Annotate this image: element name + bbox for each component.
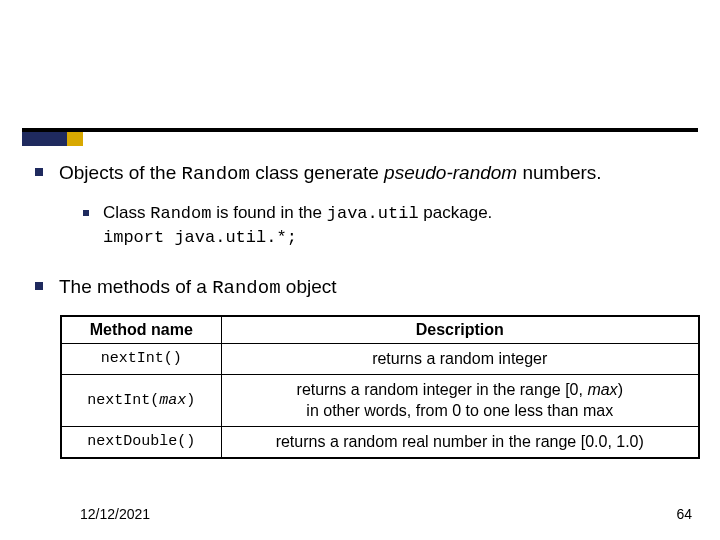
header-accent-yellow bbox=[67, 132, 83, 146]
table-row: nextDouble() returns a random real numbe… bbox=[61, 426, 699, 457]
cell-desc: returns a random integer bbox=[221, 344, 699, 375]
footer-page-number: 64 bbox=[676, 506, 692, 522]
bullet-icon bbox=[35, 168, 43, 176]
bullet-text: The methods of a Random object bbox=[59, 274, 337, 302]
bullet-item-2: The methods of a Random object bbox=[35, 274, 690, 302]
cell-method: nextDouble() bbox=[61, 426, 221, 457]
cell-desc: returns a random real number in the rang… bbox=[221, 426, 699, 457]
sub-bullet-text: Class Random is found in the java.util p… bbox=[103, 202, 492, 250]
bullet-icon bbox=[35, 282, 43, 290]
cell-method: nextInt(max) bbox=[61, 374, 221, 426]
cell-method: nextInt() bbox=[61, 344, 221, 375]
bullet-icon bbox=[83, 210, 89, 216]
header-description: Description bbox=[221, 316, 699, 344]
table-header-row: Method name Description bbox=[61, 316, 699, 344]
footer-date: 12/12/2021 bbox=[80, 506, 150, 522]
slide-content: Objects of the Random class generate pse… bbox=[35, 160, 690, 459]
sub-bullet-item: Class Random is found in the java.util p… bbox=[83, 202, 690, 250]
header-rule bbox=[22, 128, 698, 132]
header-method: Method name bbox=[61, 316, 221, 344]
methods-table: Method name Description nextInt() return… bbox=[60, 315, 700, 458]
table-row: nextInt(max) returns a random integer in… bbox=[61, 374, 699, 426]
bullet-item-1: Objects of the Random class generate pse… bbox=[35, 160, 690, 188]
bullet-text: Objects of the Random class generate pse… bbox=[59, 160, 602, 188]
cell-desc: returns a random integer in the range [0… bbox=[221, 374, 699, 426]
table-row: nextInt() returns a random integer bbox=[61, 344, 699, 375]
header-accent-navy bbox=[22, 132, 67, 146]
